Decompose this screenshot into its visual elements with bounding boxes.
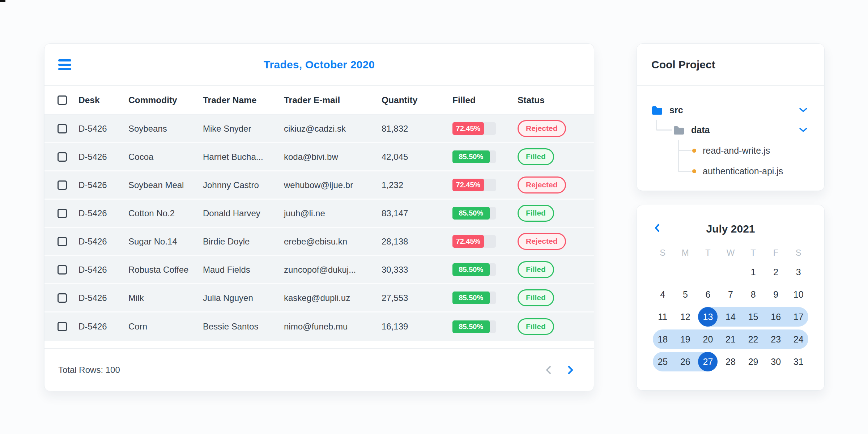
row-checkbox[interactable] <box>58 180 67 190</box>
calendar-day[interactable]: 2 <box>765 261 787 283</box>
calendar-day[interactable]: 6 <box>697 283 719 306</box>
tree-item-src[interactable]: src <box>651 101 808 119</box>
tree-item-label: read-and-write.js <box>703 145 770 156</box>
trades-card: Trades, October 2020 Desk Commodity Trad… <box>44 43 594 391</box>
cell-commodity: Robusta Coffee <box>128 265 203 275</box>
calendar-day[interactable]: 3 <box>787 261 810 283</box>
cell-desk: D-5426 <box>78 124 128 134</box>
chevron-down-icon[interactable] <box>799 127 808 132</box>
table-row: D-5426 Soybeans Mike Snyder cikiuz@cadzi… <box>44 115 594 143</box>
prev-page-button[interactable] <box>544 365 553 375</box>
cell-trader-email: wehubow@ijue.br <box>284 180 382 190</box>
calendar-prev-button[interactable] <box>654 223 660 233</box>
calendar-day[interactable]: 20 <box>697 328 719 350</box>
table-row: D-5426 Cocoa Harriet Bucha... koda@bivi.… <box>44 143 594 171</box>
calendar-empty-cell <box>719 261 742 283</box>
tree-item-read-and-write[interactable]: read-and-write.js <box>692 141 808 160</box>
cell-trader-email: koda@bivi.bw <box>284 152 382 162</box>
calendar-day[interactable]: 29 <box>742 350 765 373</box>
table-row: D-5426 Milk Julia Nguyen kaskeg@dupli.uz… <box>44 284 594 312</box>
file-dot-icon <box>692 149 696 153</box>
calendar-week-row: 18192021222324 <box>651 328 810 350</box>
file-dot-icon <box>692 169 696 173</box>
calendar-day[interactable]: 10 <box>787 283 810 306</box>
calendar-day[interactable]: 4 <box>651 283 674 306</box>
calendar-day[interactable]: 12 <box>674 306 697 328</box>
chevron-left-icon <box>544 365 553 375</box>
cell-trader-email: juuh@li.ne <box>284 208 382 218</box>
status-badge: Rejected <box>518 120 566 137</box>
select-all-checkbox[interactable] <box>58 95 67 105</box>
tree-connector <box>678 140 692 172</box>
cell-trader-email: nimo@funeb.mu <box>284 322 382 332</box>
calendar-day[interactable]: 19 <box>674 328 697 350</box>
filled-progress-fill: 85.50% <box>452 150 490 163</box>
calendar-day[interactable]: 21 <box>719 328 742 350</box>
cell-quantity: 81,832 <box>382 124 452 134</box>
cell-trader-name: Maud Fields <box>203 265 284 275</box>
calendar-empty-cell <box>674 261 697 283</box>
calendar-day[interactable]: 9 <box>765 283 787 306</box>
day-header: M <box>674 245 697 261</box>
column-header-trader: Trader Name <box>203 95 284 105</box>
tree-item-authentication-api[interactable]: authentication-api.js <box>692 162 808 180</box>
calendar-day[interactable]: 17 <box>787 306 810 328</box>
pagination <box>544 365 575 375</box>
calendar-day[interactable]: 22 <box>742 328 765 350</box>
calendar-day[interactable]: 7 <box>719 283 742 306</box>
calendar-day[interactable]: 14 <box>719 306 742 328</box>
cell-commodity: Cocoa <box>128 152 203 162</box>
calendar-week-row: 45678910 <box>651 283 810 306</box>
filled-progress-track: 85.50% <box>452 207 496 220</box>
calendar-day[interactable]: 27 <box>697 350 719 373</box>
column-header-status: Status <box>518 95 577 105</box>
row-checkbox[interactable] <box>58 152 67 162</box>
selected-day-circle[interactable]: 13 <box>698 307 718 327</box>
day-header: T <box>697 245 719 261</box>
status-badge: Filled <box>518 261 554 278</box>
calendar-day[interactable]: 30 <box>765 350 787 373</box>
cell-trader-name: Johnny Castro <box>203 180 284 190</box>
calendar-day[interactable]: 31 <box>787 350 810 373</box>
file-tree: src data read-and-write.js <box>637 86 824 191</box>
next-page-button[interactable] <box>566 365 575 375</box>
folder-icon <box>651 105 662 115</box>
tree-item-label: data <box>691 125 710 135</box>
cell-quantity: 83,147 <box>382 208 452 218</box>
status-badge: Rejected <box>518 233 566 250</box>
tree-connector <box>656 120 672 131</box>
row-checkbox[interactable] <box>58 265 67 275</box>
row-checkbox[interactable] <box>58 209 67 218</box>
calendar-empty-cell <box>697 261 719 283</box>
cell-desk: D-5426 <box>78 208 128 218</box>
status-badge: Rejected <box>518 176 566 193</box>
tree-item-label: src <box>669 105 683 115</box>
calendar-day[interactable]: 25 <box>651 350 674 373</box>
calendar-day[interactable]: 16 <box>765 306 787 328</box>
calendar-day[interactable]: 1 <box>742 261 765 283</box>
calendar-day[interactable]: 15 <box>742 306 765 328</box>
cell-desk: D-5426 <box>78 237 128 247</box>
calendar-day[interactable]: 8 <box>742 283 765 306</box>
calendar-title: July 2021 <box>706 223 755 235</box>
row-checkbox[interactable] <box>58 237 67 246</box>
row-checkbox[interactable] <box>58 322 67 331</box>
row-checkbox[interactable] <box>58 124 67 133</box>
calendar-day[interactable]: 23 <box>765 328 787 350</box>
tree-item-data[interactable]: data <box>673 120 808 139</box>
calendar-day[interactable]: 13 <box>697 306 719 328</box>
calendar-day[interactable]: 18 <box>651 328 674 350</box>
filled-progress-fill: 85.50% <box>452 263 490 276</box>
calendar-day[interactable]: 11 <box>651 306 674 328</box>
filled-progress-fill: 72.45% <box>452 235 484 248</box>
calendar-week-row: 25262728293031 <box>651 350 810 373</box>
calendar-day[interactable]: 28 <box>719 350 742 373</box>
calendar-day[interactable]: 26 <box>674 350 697 373</box>
calendar-empty-cell <box>651 261 674 283</box>
calendar-day[interactable]: 24 <box>787 328 810 350</box>
chevron-down-icon[interactable] <box>799 107 808 112</box>
calendar-day[interactable]: 5 <box>674 283 697 306</box>
filled-progress-track: 72.45% <box>452 122 496 135</box>
selected-day-circle[interactable]: 27 <box>698 352 718 371</box>
row-checkbox[interactable] <box>58 293 67 303</box>
